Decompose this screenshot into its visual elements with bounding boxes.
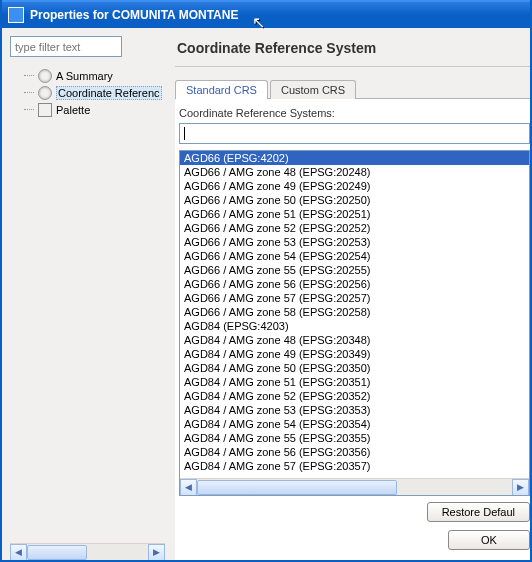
scroll-thumb[interactable] — [27, 545, 87, 560]
window-title: Properties for COMUNITA MONTANE — [30, 8, 524, 22]
tree-label: Coordinate Referenc — [56, 86, 162, 100]
tab-custom-crs[interactable]: Custom CRS — [270, 80, 356, 99]
list-item[interactable]: AGD84 / AMG zone 48 (EPSG:20348) — [180, 333, 529, 347]
list-item[interactable]: AGD66 / AMG zone 56 (EPSG:20256) — [180, 277, 529, 291]
list-item[interactable]: AGD66 / AMG zone 50 (EPSG:20250) — [180, 193, 529, 207]
list-item[interactable]: AGD66 / AMG zone 55 (EPSG:20255) — [180, 263, 529, 277]
list-item[interactable]: AGD84 / AMG zone 51 (EPSG:20351) — [180, 375, 529, 389]
body: A Summary Coordinate Referenc Palette ◀ — [2, 28, 530, 560]
restore-defaults-button[interactable]: Restore Defaul — [427, 502, 530, 522]
properties-window: Properties for COMUNITA MONTANE ↖ A Summ… — [0, 0, 532, 562]
list-item[interactable]: AGD84 / AMG zone 56 (EPSG:20356) — [180, 445, 529, 459]
page-icon — [38, 86, 52, 100]
tree-item-summary[interactable]: A Summary — [10, 67, 165, 84]
list-item[interactable]: AGD84 / AMG zone 57 (EPSG:20357) — [180, 459, 529, 473]
list-hscrollbar[interactable]: ◀ ▶ — [180, 478, 529, 495]
scroll-right-icon[interactable]: ▶ — [512, 479, 529, 496]
list-item[interactable]: AGD66 / AMG zone 51 (EPSG:20251) — [180, 207, 529, 221]
scroll-right-icon[interactable]: ▶ — [148, 544, 165, 561]
list-item[interactable]: AGD66 (EPSG:4202) — [180, 151, 529, 165]
list-item[interactable]: AGD66 / AMG zone 48 (EPSG:20248) — [180, 165, 529, 179]
tree-label: Palette — [56, 104, 90, 116]
list-item[interactable]: AGD84 / AMG zone 53 (EPSG:20353) — [180, 403, 529, 417]
app-icon — [8, 7, 24, 23]
tabs: Standard CRS Custom CRS — [175, 79, 530, 99]
tab-standard-crs[interactable]: Standard CRS — [175, 80, 268, 99]
section-heading: Coordinate Reference System — [175, 36, 530, 67]
footer: Restore Defaul OK — [179, 496, 530, 560]
list-item[interactable]: AGD66 / AMG zone 52 (EPSG:20252) — [180, 221, 529, 235]
palette-icon — [38, 103, 52, 117]
list-item[interactable]: AGD84 / AMG zone 54 (EPSG:20354) — [180, 417, 529, 431]
list-item[interactable]: AGD84 / AMG zone 52 (EPSG:20352) — [180, 389, 529, 403]
left-hscrollbar[interactable]: ◀ ▶ — [10, 543, 165, 560]
scroll-track[interactable] — [27, 544, 148, 561]
scroll-thumb[interactable] — [197, 480, 397, 495]
nav-tree: A Summary Coordinate Referenc Palette — [10, 67, 165, 543]
ok-button[interactable]: OK — [448, 530, 530, 550]
list-item[interactable]: AGD66 / AMG zone 49 (EPSG:20249) — [180, 179, 529, 193]
crs-search-input[interactable] — [179, 123, 530, 144]
list-item[interactable]: AGD84 / AMG zone 49 (EPSG:20349) — [180, 347, 529, 361]
list-item[interactable]: AGD84 (EPSG:4203) — [180, 319, 529, 333]
list-item[interactable]: AGD66 / AMG zone 57 (EPSG:20257) — [180, 291, 529, 305]
tree-item-palette[interactable]: Palette — [10, 101, 165, 118]
list-item[interactable]: AGD66 / AMG zone 53 (EPSG:20253) — [180, 235, 529, 249]
list-item[interactable]: AGD66 / AMG zone 58 (EPSG:20258) — [180, 305, 529, 319]
tab-body: Coordinate Reference Systems: AGD66 (EPS… — [175, 99, 530, 560]
filter-input[interactable] — [10, 36, 122, 57]
list-item[interactable]: AGD84 / AMG zone 55 (EPSG:20355) — [180, 431, 529, 445]
tree-item-crs[interactable]: Coordinate Referenc — [10, 84, 165, 101]
crs-list[interactable]: AGD66 (EPSG:4202)AGD66 / AMG zone 48 (EP… — [179, 150, 530, 496]
crs-search-label: Coordinate Reference Systems: — [179, 107, 530, 119]
page-icon — [38, 69, 52, 83]
right-panel: Coordinate Reference System Standard CRS… — [175, 36, 530, 560]
scroll-left-icon[interactable]: ◀ — [10, 544, 27, 561]
list-item[interactable]: AGD66 / AMG zone 54 (EPSG:20254) — [180, 249, 529, 263]
text-caret-icon — [184, 127, 185, 140]
list-item[interactable]: AGD84 / AMG zone 50 (EPSG:20350) — [180, 361, 529, 375]
scroll-left-icon[interactable]: ◀ — [180, 479, 197, 496]
scroll-track[interactable] — [197, 479, 512, 496]
tree-label: A Summary — [56, 70, 113, 82]
titlebar[interactable]: Properties for COMUNITA MONTANE — [2, 0, 530, 28]
left-panel: A Summary Coordinate Referenc Palette ◀ — [10, 36, 165, 560]
